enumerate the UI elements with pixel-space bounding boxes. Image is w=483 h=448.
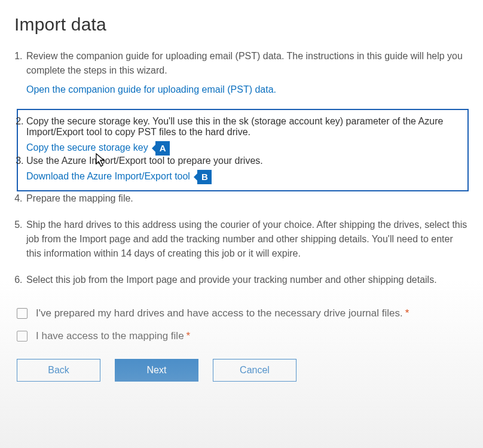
checkbox-row-mapping[interactable]: I have access to the mapping file* [17,330,469,342]
step-1: Review the companion guide for uploading… [25,49,469,97]
step-5: Ship the hard drives to this address usi… [25,218,469,261]
download-tool-link[interactable]: Download the Azure Import/Export tool [26,171,190,182]
step-6: Select this job from the Import page and… [25,273,469,287]
checkbox-drives-label[interactable]: I've prepared my hard drives and have ac… [36,307,409,319]
checkbox-mapping[interactable] [17,331,27,342]
step-5-text: Ship the hard drives to this address usi… [26,220,467,258]
import-data-wizard: Import data Review the companion guide f… [0,0,483,394]
badge-a: A [155,141,170,156]
step-3-text: Use the Azure Import/Export tool to prep… [26,156,263,166]
checkbox-drives[interactable] [17,308,27,319]
checkbox-group: I've prepared my hard drives and have ac… [17,307,469,342]
step-6-text: Select this job from the Import page and… [26,275,437,285]
checkbox-mapping-label[interactable]: I have access to the mapping file* [36,330,190,342]
next-button[interactable]: Next [115,359,198,382]
cancel-button[interactable]: Cancel [213,359,296,382]
step-2-text: Copy the secure storage key. You'll use … [26,116,443,137]
step-4: Prepare the mapping file. [25,191,469,206]
step-2: Copy the secure storage key. You'll use … [26,116,467,156]
checkbox-row-drives[interactable]: I've prepared my hard drives and have ac… [17,307,469,319]
open-companion-guide-link[interactable]: Open the companion guide for uploading e… [26,83,276,97]
badge-b: B [197,170,212,184]
step-4-text: Prepare the mapping file. [26,193,133,203]
step-3: Use the Azure Import/Export tool to prep… [26,156,467,184]
steps-list: Review the companion guide for uploading… [14,49,469,287]
step-1-text: Review the companion guide for uploading… [26,51,463,75]
required-asterisk: * [405,307,409,319]
highlight-box: Copy the secure storage key. You'll use … [17,109,469,191]
back-button[interactable]: Back [17,359,100,382]
page-title: Import data [14,14,469,35]
copy-storage-key-link[interactable]: Copy the secure storage key [26,142,148,153]
required-asterisk: * [187,330,191,342]
button-row: Back Next Cancel [17,359,469,382]
